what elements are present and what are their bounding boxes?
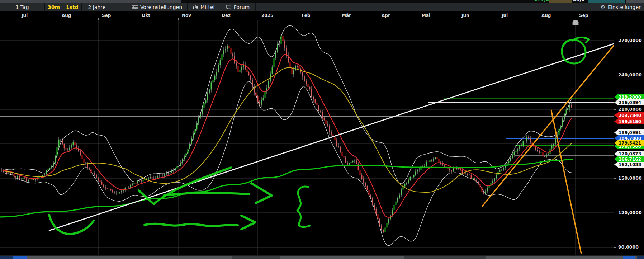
candles-icon (193, 5, 198, 10)
tag-green-166[interactable]: 166,7162 (614, 156, 644, 162)
time-axis-tick (418, 18, 418, 20)
time-axis-tick (538, 18, 538, 20)
chart-canvas[interactable] (0, 0, 644, 259)
tag-green-219[interactable]: 219,2000 (614, 94, 644, 100)
price-gridline-label: 270,0000 (618, 38, 642, 43)
chart-toolbar: 1 Tag30m1std2 JahreVoreinstellungenMitte… (0, 3, 644, 11)
time-axis-label-feb: Feb (302, 13, 310, 18)
toolbar-item-label: Forum (234, 4, 250, 10)
toolbar-item-mittel[interactable]: Mittel (188, 3, 220, 11)
annotation-arrow-lower-head (241, 216, 255, 229)
scrollbar-blue-block[interactable] (13, 256, 27, 259)
toolbar-item-label: Mittel (200, 4, 214, 10)
annotation-arrow-upper-head (251, 183, 272, 203)
price-axis-tick (614, 109, 616, 110)
tag-white-216[interactable]: 216,0894 (614, 99, 644, 105)
annotation-arrow-upper-line (164, 193, 249, 196)
time-axis-tick (338, 18, 338, 20)
toolbar-item-label: 30m (48, 4, 60, 10)
time-axis-label-jun: Jun (461, 13, 469, 18)
speech-icon (226, 5, 232, 10)
time-axis-label-dez: Dez (222, 13, 231, 18)
tag-yellow-179[interactable]: 179,5421 (614, 140, 644, 146)
price-gridline-label: 150,0000 (618, 175, 642, 181)
time-axis-label-mär: Mär (342, 13, 351, 18)
toolbar-item-voreinstellungen[interactable]: Voreinstellungen (127, 3, 188, 11)
olive-block (549, 0, 572, 3)
price-axis-tick (614, 247, 616, 248)
price-gridline-label: 120,0000 (618, 210, 642, 215)
price-axis-tick (614, 213, 616, 213)
tag-white-170[interactable]: 170,0873 (614, 151, 644, 157)
time-axis: JulAugSepOktNovDez2025FebMärAprMaiJunJul… (0, 11, 644, 20)
time-axis-tick (298, 18, 298, 20)
time-axis-tick (98, 18, 99, 20)
tag-white-189[interactable]: 189,0991 (614, 130, 644, 136)
toolbar-item-timeframe-1tag[interactable]: 1 Tag (0, 3, 45, 11)
time-axis-tick (576, 18, 576, 20)
trading-chart-app: 277,2 35,0 1 Tag30m1std2 JahreVoreinstel… (0, 0, 644, 259)
toolbar-item-timeframe-1std[interactable]: 1std (63, 3, 82, 11)
time-axis-label-apr: Apr (382, 13, 390, 18)
price-axis-tick (614, 144, 616, 144)
annotation-arrow-lower-line (145, 224, 238, 226)
indicator-value-green: 277,2 (534, 0, 549, 2)
time-axis-label-sep: Sep (102, 13, 111, 18)
price-gridline-label: 240,0000 (618, 72, 642, 77)
price-axis-tick (614, 178, 616, 179)
hand-drawn-annotations (49, 37, 589, 234)
teal-block (588, 0, 625, 3)
tag-white-162[interactable]: 162,1088 (614, 161, 644, 168)
time-axis-tick (218, 18, 218, 20)
gray-block (626, 0, 644, 3)
time-axis-label-2025: 2025 (261, 13, 273, 18)
time-axis-label-aug: Aug (541, 13, 551, 18)
time-axis-tick (18, 18, 18, 20)
time-axis-tick (498, 18, 498, 20)
indicator-value-white: 35,0 (573, 0, 584, 2)
time-axis-tick (138, 18, 138, 20)
annotation-curly-brace (297, 187, 310, 227)
time-axis-label-nov: Nov (182, 13, 191, 18)
price-gridline-label: 210,0000 (618, 107, 642, 112)
time-axis-tick (378, 18, 378, 20)
time-axis-label-jul: Jul (502, 13, 508, 18)
chart-scrollbar[interactable] (0, 255, 644, 259)
price-axis-tick (614, 75, 616, 75)
scrollbar-dark-segment-2[interactable] (404, 256, 486, 259)
scrollbar-navy-block[interactable] (0, 256, 13, 259)
scrollbar-navy-block-right[interactable] (637, 256, 644, 259)
scrollbar-blue-block-right[interactable] (623, 256, 635, 259)
price-axis: 270,0000240,0000210,0000150,0000120,0000… (614, 11, 644, 255)
annotation-circle-highlight (562, 40, 586, 63)
time-axis-tick (458, 18, 458, 20)
top-strip-left (0, 0, 181, 3)
toolbar-item-timeframe-30m[interactable]: 30m (45, 3, 63, 11)
scrollbar-dark-segment-1[interactable] (232, 256, 280, 259)
time-axis-label-aug: Aug (62, 13, 71, 18)
settings-button[interactable]: ⚙ Einstellungen (601, 3, 642, 11)
toolbar-item-label: 2 Jahre (88, 4, 105, 10)
time-axis-tick (178, 18, 179, 20)
settings-label: Einstellungen (608, 4, 642, 10)
top-indicator-strip: 277,2 35,0 (0, 0, 644, 3)
time-axis-label-okt: Okt (142, 13, 150, 18)
toolbar-item-range-2jahre[interactable]: 2 Jahre (82, 3, 112, 11)
time-axis-tick (58, 18, 58, 20)
gear-icon: ⚙ (601, 4, 605, 10)
time-axis-label-jul: Jul (22, 13, 28, 18)
time-axis-label-sep: Sep (579, 13, 588, 18)
tag-red-199[interactable]: 199,5150 (614, 118, 644, 124)
sliders-icon (132, 5, 138, 10)
toolbar-item-label: Voreinstellungen (140, 4, 182, 10)
price-axis-tick (614, 41, 616, 41)
price-gridline-label: 90,0000 (618, 244, 639, 250)
toolbar-item-forum[interactable]: Forum (220, 3, 256, 11)
tag-red-203[interactable]: 203,7840 (614, 112, 644, 118)
toolbar-item-spacer (112, 3, 127, 11)
time-axis-label-mai: Mai (422, 13, 430, 18)
toolbar-item-label: 1 Tag (15, 4, 29, 10)
toolbar-item-label: 1std (66, 4, 79, 10)
time-axis-tick (258, 18, 258, 20)
